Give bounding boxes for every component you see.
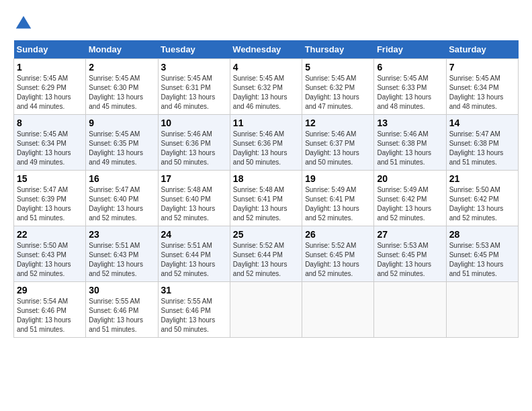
calendar-day <box>374 282 446 338</box>
day-detail: Sunrise: 5:45 AMSunset: 6:30 PMDaylight:… <box>89 74 154 111</box>
day-number: 17 <box>161 173 227 184</box>
calendar-day: 19Sunrise: 5:49 AMSunset: 6:41 PMDayligh… <box>302 171 374 226</box>
calendar-day: 6Sunrise: 5:45 AMSunset: 6:33 PMDaylight… <box>374 59 446 115</box>
day-header-friday: Friday <box>374 40 446 59</box>
calendar-day: 9Sunrise: 5:45 AMSunset: 6:35 PMDaylight… <box>86 115 158 171</box>
day-detail: Sunrise: 5:48 AMSunset: 6:41 PMDaylight:… <box>233 185 299 223</box>
day-detail: Sunrise: 5:50 AMSunset: 6:43 PMDaylight:… <box>17 241 83 279</box>
calendar-week-4: 22Sunrise: 5:50 AMSunset: 6:43 PMDayligh… <box>14 226 519 282</box>
day-detail: Sunrise: 5:49 AMSunset: 6:42 PMDaylight:… <box>377 185 443 223</box>
day-number: 14 <box>449 118 515 128</box>
svg-marker-0 <box>16 16 32 29</box>
calendar-day: 12Sunrise: 5:46 AMSunset: 6:37 PMDayligh… <box>302 115 374 171</box>
day-detail: Sunrise: 5:45 AMSunset: 6:29 PMDaylight:… <box>17 74 83 111</box>
calendar-day: 18Sunrise: 5:48 AMSunset: 6:41 PMDayligh… <box>230 171 302 226</box>
day-detail: Sunrise: 5:51 AMSunset: 6:44 PMDaylight:… <box>161 241 227 279</box>
day-number: 11 <box>233 118 299 128</box>
day-detail: Sunrise: 5:45 AMSunset: 6:31 PMDaylight:… <box>161 74 227 111</box>
day-number: 29 <box>17 285 83 295</box>
day-header-saturday: Saturday <box>446 40 518 59</box>
day-number: 27 <box>377 229 443 240</box>
day-number: 30 <box>89 285 154 295</box>
day-number: 1 <box>17 62 83 73</box>
day-number: 31 <box>161 285 227 295</box>
calendar-day: 29Sunrise: 5:54 AMSunset: 6:46 PMDayligh… <box>14 282 86 338</box>
day-detail: Sunrise: 5:45 AMSunset: 6:32 PMDaylight:… <box>305 74 371 111</box>
day-detail: Sunrise: 5:45 AMSunset: 6:35 PMDaylight:… <box>89 130 154 167</box>
day-detail: Sunrise: 5:45 AMSunset: 6:33 PMDaylight:… <box>377 74 443 111</box>
calendar-day: 3Sunrise: 5:45 AMSunset: 6:31 PMDaylight… <box>158 59 230 115</box>
day-number: 13 <box>377 118 443 128</box>
calendar-day: 26Sunrise: 5:52 AMSunset: 6:45 PMDayligh… <box>302 226 374 282</box>
day-number: 20 <box>377 173 443 184</box>
day-detail: Sunrise: 5:53 AMSunset: 6:45 PMDaylight:… <box>449 241 515 279</box>
day-header-monday: Monday <box>86 40 158 59</box>
day-number: 9 <box>89 118 154 128</box>
day-detail: Sunrise: 5:45 AMSunset: 6:34 PMDaylight:… <box>17 130 83 167</box>
day-detail: Sunrise: 5:47 AMSunset: 6:38 PMDaylight:… <box>449 130 515 167</box>
day-number: 12 <box>305 118 371 128</box>
day-number: 2 <box>89 62 154 73</box>
day-number: 28 <box>449 229 515 240</box>
day-number: 4 <box>233 62 299 73</box>
calendar-day: 5Sunrise: 5:45 AMSunset: 6:32 PMDaylight… <box>302 59 374 115</box>
day-number: 15 <box>17 173 83 184</box>
day-number: 8 <box>17 118 83 128</box>
day-detail: Sunrise: 5:52 AMSunset: 6:45 PMDaylight:… <box>305 241 371 279</box>
calendar-day: 20Sunrise: 5:49 AMSunset: 6:42 PMDayligh… <box>374 171 446 226</box>
day-detail: Sunrise: 5:46 AMSunset: 6:36 PMDaylight:… <box>233 130 299 167</box>
calendar-day: 2Sunrise: 5:45 AMSunset: 6:30 PMDaylight… <box>86 59 158 115</box>
calendar-week-1: 1Sunrise: 5:45 AMSunset: 6:29 PMDaylight… <box>14 59 519 115</box>
day-number: 24 <box>161 229 227 240</box>
day-detail: Sunrise: 5:50 AMSunset: 6:42 PMDaylight:… <box>449 185 515 223</box>
calendar-day: 24Sunrise: 5:51 AMSunset: 6:44 PMDayligh… <box>158 226 230 282</box>
calendar-week-5: 29Sunrise: 5:54 AMSunset: 6:46 PMDayligh… <box>14 282 519 338</box>
calendar-day: 4Sunrise: 5:45 AMSunset: 6:32 PMDaylight… <box>230 59 302 115</box>
day-detail: Sunrise: 5:55 AMSunset: 6:46 PMDaylight:… <box>89 297 154 334</box>
day-number: 18 <box>233 173 299 184</box>
day-detail: Sunrise: 5:46 AMSunset: 6:38 PMDaylight:… <box>377 130 443 167</box>
calendar-day <box>230 282 302 338</box>
page-header <box>13 13 519 34</box>
logo-icon <box>13 13 34 34</box>
day-number: 21 <box>449 173 515 184</box>
calendar-day: 28Sunrise: 5:53 AMSunset: 6:45 PMDayligh… <box>446 226 518 282</box>
day-detail: Sunrise: 5:45 AMSunset: 6:32 PMDaylight:… <box>233 74 299 111</box>
day-detail: Sunrise: 5:47 AMSunset: 6:40 PMDaylight:… <box>89 185 154 223</box>
day-number: 26 <box>305 229 371 240</box>
day-detail: Sunrise: 5:55 AMSunset: 6:46 PMDaylight:… <box>161 297 227 334</box>
day-detail: Sunrise: 5:54 AMSunset: 6:46 PMDaylight:… <box>17 297 83 334</box>
day-detail: Sunrise: 5:48 AMSunset: 6:40 PMDaylight:… <box>161 185 227 223</box>
day-detail: Sunrise: 5:47 AMSunset: 6:39 PMDaylight:… <box>17 185 83 223</box>
calendar-day: 27Sunrise: 5:53 AMSunset: 6:45 PMDayligh… <box>374 226 446 282</box>
day-detail: Sunrise: 5:46 AMSunset: 6:37 PMDaylight:… <box>305 130 371 167</box>
calendar-day: 16Sunrise: 5:47 AMSunset: 6:40 PMDayligh… <box>86 171 158 226</box>
logo <box>13 13 36 34</box>
day-number: 7 <box>449 62 515 73</box>
day-header-thursday: Thursday <box>302 40 374 59</box>
calendar-day: 7Sunrise: 5:45 AMSunset: 6:34 PMDaylight… <box>446 59 518 115</box>
calendar-day: 13Sunrise: 5:46 AMSunset: 6:38 PMDayligh… <box>374 115 446 171</box>
day-detail: Sunrise: 5:45 AMSunset: 6:34 PMDaylight:… <box>449 74 515 111</box>
day-header-tuesday: Tuesday <box>158 40 230 59</box>
calendar-header-row: SundayMondayTuesdayWednesdayThursdayFrid… <box>14 40 519 59</box>
calendar-day: 14Sunrise: 5:47 AMSunset: 6:38 PMDayligh… <box>446 115 518 171</box>
day-number: 3 <box>161 62 227 73</box>
calendar-week-3: 15Sunrise: 5:47 AMSunset: 6:39 PMDayligh… <box>14 171 519 226</box>
calendar-day: 23Sunrise: 5:51 AMSunset: 6:43 PMDayligh… <box>86 226 158 282</box>
day-number: 25 <box>233 229 299 240</box>
day-detail: Sunrise: 5:52 AMSunset: 6:44 PMDaylight:… <box>233 241 299 279</box>
calendar-day <box>302 282 374 338</box>
day-number: 22 <box>17 229 83 240</box>
calendar-day: 17Sunrise: 5:48 AMSunset: 6:40 PMDayligh… <box>158 171 230 226</box>
day-number: 10 <box>161 118 227 128</box>
calendar-week-2: 8Sunrise: 5:45 AMSunset: 6:34 PMDaylight… <box>14 115 519 171</box>
day-number: 16 <box>89 173 154 184</box>
calendar-day: 30Sunrise: 5:55 AMSunset: 6:46 PMDayligh… <box>86 282 158 338</box>
day-detail: Sunrise: 5:51 AMSunset: 6:43 PMDaylight:… <box>89 241 154 279</box>
calendar-table: SundayMondayTuesdayWednesdayThursdayFrid… <box>13 40 519 338</box>
calendar-day: 11Sunrise: 5:46 AMSunset: 6:36 PMDayligh… <box>230 115 302 171</box>
calendar-day: 1Sunrise: 5:45 AMSunset: 6:29 PMDaylight… <box>14 59 86 115</box>
day-header-sunday: Sunday <box>14 40 86 59</box>
day-number: 19 <box>305 173 371 184</box>
